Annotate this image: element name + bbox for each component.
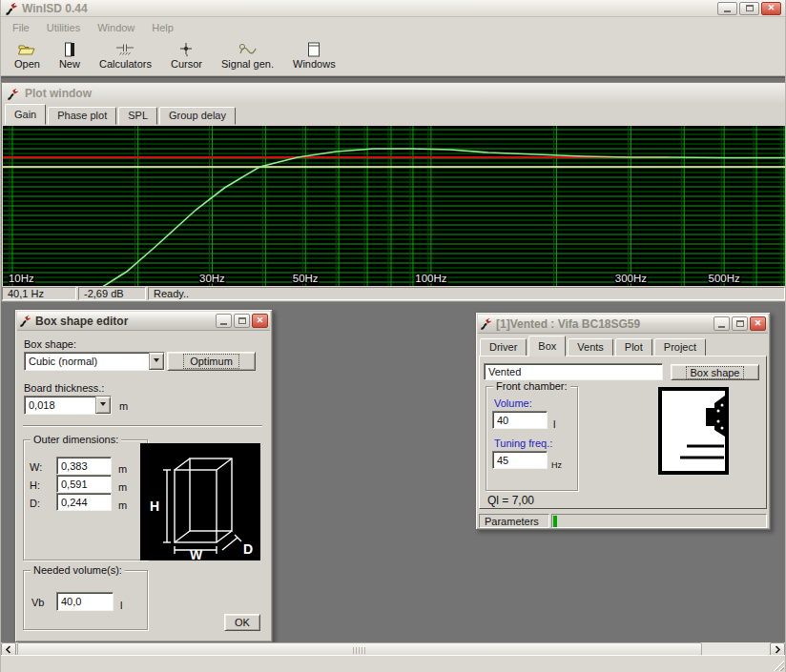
group-title: Needed volume(s): bbox=[31, 564, 125, 576]
close-button[interactable]: ✕ bbox=[761, 2, 781, 15]
box-shape-label: Box shape: bbox=[24, 338, 76, 350]
winisd-logo-icon bbox=[7, 88, 19, 100]
box-shape-button[interactable]: Box shape bbox=[671, 364, 759, 380]
chevron-right-icon bbox=[774, 645, 781, 654]
minimize-icon bbox=[220, 323, 227, 325]
menu-help[interactable]: Help bbox=[143, 18, 182, 36]
box-shape-select[interactable]: Cubic (normal) bbox=[24, 352, 165, 371]
chevron-down-icon bbox=[154, 358, 159, 365]
volume-unit: l bbox=[553, 418, 555, 430]
tuning-freq-unit: Hz bbox=[551, 460, 562, 470]
maximize-icon bbox=[736, 320, 744, 327]
mdi-client-area: Plot window Gain Phase plot SPL Group de… bbox=[1, 76, 785, 655]
plot-window-titlebar[interactable]: Plot window bbox=[2, 83, 786, 104]
board-thickness-unit: m bbox=[119, 400, 128, 412]
plot-tab-bar: Gain Phase plot SPL Group delay bbox=[2, 104, 786, 125]
resize-grip[interactable] bbox=[772, 659, 784, 671]
tab-driver[interactable]: Driver bbox=[480, 338, 527, 356]
optimum-button[interactable]: Optimum bbox=[167, 352, 256, 371]
status-message: Ready.. bbox=[148, 287, 785, 300]
windows-button[interactable]: Windows bbox=[283, 36, 345, 75]
volume-label: Volume: bbox=[494, 397, 532, 409]
board-thickness-label: Board thickness.: bbox=[24, 382, 104, 394]
signal-gen-button[interactable]: Signal gen. bbox=[212, 36, 283, 75]
tab-plot[interactable]: Plot bbox=[615, 338, 652, 356]
new-button[interactable]: New bbox=[50, 36, 90, 75]
minimize-button[interactable] bbox=[714, 316, 730, 331]
cursor-button[interactable]: Cursor bbox=[161, 36, 212, 75]
vb-field[interactable]: 40,0 bbox=[56, 592, 114, 611]
tab-project[interactable]: Project bbox=[654, 338, 706, 356]
close-button[interactable]: ✕ bbox=[750, 316, 766, 331]
open-button[interactable]: Open bbox=[5, 36, 50, 75]
signal-generator-icon bbox=[238, 42, 259, 57]
scrollbar-grip-icon bbox=[353, 647, 366, 654]
tuning-freq-label: Tuning freq.: bbox=[494, 438, 552, 449]
dialog-title: Box shape editor bbox=[35, 315, 212, 328]
x-axis-tick-label: 50Hz bbox=[293, 273, 319, 284]
vented-titlebar[interactable]: [1]Vented : Vifa BC18SG59 ✕ bbox=[478, 315, 768, 334]
width-field[interactable]: 0,383 bbox=[56, 457, 112, 475]
parameters-label: Parameters bbox=[479, 514, 549, 528]
group-title: Front chamber: bbox=[493, 380, 570, 392]
front-chamber-group: Front chamber: Volume: 40 l Tuning freq.… bbox=[486, 386, 578, 491]
winisd-main-window: WinISD 0.44 ✕ File Utilities Window Help… bbox=[0, 0, 786, 672]
volume-field[interactable]: 40 bbox=[492, 411, 548, 429]
ql-value: Ql = 7,00 bbox=[487, 494, 534, 507]
plot-status-bar: 40,1 Hz -2,69 dB Ready.. bbox=[2, 286, 786, 301]
menu-file[interactable]: File bbox=[4, 18, 38, 36]
menu-bar: File Utilities Window Help bbox=[1, 18, 785, 36]
gain-plot[interactable]: 10Hz30Hz50Hz100Hz300Hz500Hz bbox=[3, 126, 785, 287]
box-type-field[interactable]: Vented bbox=[484, 363, 663, 380]
winisd-logo-icon bbox=[19, 315, 31, 327]
tab-spl[interactable]: SPL bbox=[118, 107, 157, 125]
height-unit: m bbox=[118, 481, 127, 493]
dropdown-button[interactable] bbox=[149, 353, 164, 370]
dropdown-button[interactable] bbox=[95, 397, 111, 414]
svg-text:H: H bbox=[150, 499, 159, 514]
main-status-bar bbox=[1, 655, 785, 672]
maximize-button[interactable] bbox=[234, 314, 250, 328]
tab-gain[interactable]: Gain bbox=[5, 104, 46, 125]
minimize-button[interactable] bbox=[216, 314, 232, 328]
chevron-down-icon bbox=[100, 402, 106, 409]
window-title: WinISD 0.44 bbox=[22, 2, 714, 15]
open-folder-icon bbox=[17, 42, 36, 57]
board-thickness-select[interactable]: 0,018 bbox=[24, 396, 112, 415]
vented-box-diagram bbox=[658, 387, 729, 475]
menu-utilities[interactable]: Utilities bbox=[38, 18, 89, 36]
box-shape-editor-titlebar[interactable]: Box shape editor ✕ bbox=[17, 312, 270, 331]
vb-label: Vb bbox=[31, 597, 44, 608]
chevron-left-icon bbox=[5, 645, 12, 654]
tab-vents[interactable]: Vents bbox=[568, 338, 613, 356]
height-field[interactable]: 0,591 bbox=[56, 475, 112, 493]
winisd-logo-icon bbox=[5, 2, 18, 15]
needed-volumes-group: Needed volume(s): Vb 40,0 l bbox=[23, 570, 148, 630]
vented-tab-bar: Driver Box Vents Plot Project bbox=[480, 337, 708, 356]
cursor-frequency-readout: 40,1 Hz bbox=[2, 287, 76, 300]
tuning-freq-field[interactable]: 45 bbox=[492, 451, 548, 469]
width-unit: m bbox=[118, 463, 127, 475]
maximize-button[interactable] bbox=[739, 2, 759, 15]
ok-button[interactable]: OK bbox=[224, 614, 260, 631]
menu-window[interactable]: Window bbox=[89, 18, 143, 36]
height-label: H: bbox=[30, 479, 40, 491]
dialog-title: [1]Vented : Vifa BC18SG59 bbox=[496, 317, 710, 331]
main-titlebar[interactable]: WinISD 0.44 ✕ bbox=[1, 0, 785, 17]
maximize-button[interactable] bbox=[732, 316, 748, 331]
depth-field[interactable]: 0,244 bbox=[56, 493, 112, 511]
plot-window-title: Plot window bbox=[25, 87, 92, 100]
calculators-button[interactable]: Calculators bbox=[90, 36, 161, 75]
windows-list-icon bbox=[304, 42, 323, 57]
tab-group-delay[interactable]: Group delay bbox=[159, 107, 236, 125]
cursor-gain-readout: -2,69 dB bbox=[78, 287, 146, 300]
depth-label: D: bbox=[30, 498, 40, 509]
tab-phase-plot[interactable]: Phase plot bbox=[48, 107, 116, 125]
vented-status-bar: Parameters bbox=[479, 514, 767, 528]
maximize-icon bbox=[746, 5, 754, 11]
new-document-icon bbox=[60, 42, 79, 57]
tab-box[interactable]: Box bbox=[528, 336, 566, 356]
x-axis-tick-label: 100Hz bbox=[415, 273, 446, 284]
close-button[interactable]: ✕ bbox=[252, 314, 268, 328]
minimize-button[interactable] bbox=[717, 2, 737, 15]
